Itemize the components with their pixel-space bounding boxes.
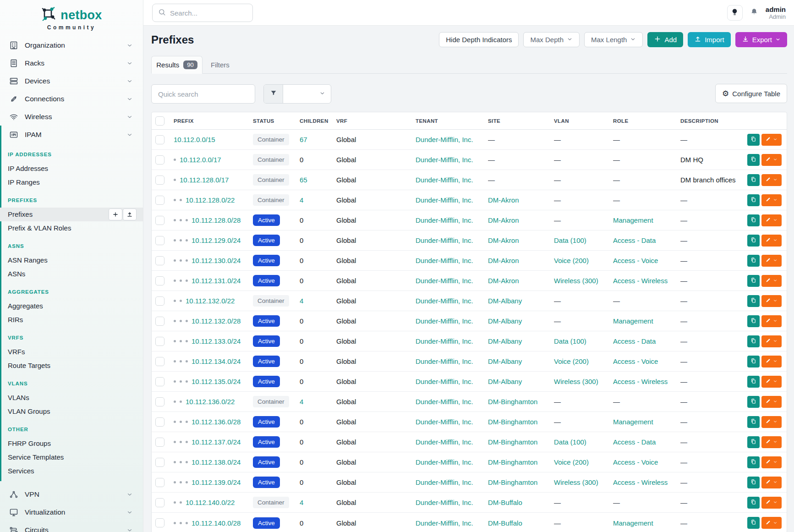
edit-button[interactable]: [761, 134, 782, 146]
sidebar-item-racks[interactable]: Racks: [0, 54, 143, 72]
row-checkbox[interactable]: [155, 276, 164, 285]
site-link[interactable]: DM-Buffalo: [488, 519, 522, 527]
clone-button[interactable]: [747, 194, 760, 206]
role-link[interactable]: Access - Data: [613, 236, 656, 244]
vlan-link[interactable]: Wireless (300): [554, 478, 598, 486]
site-link[interactable]: DM-Binghamton: [488, 398, 537, 406]
vlan-link[interactable]: Data (100): [554, 337, 586, 345]
edit-button[interactable]: [761, 295, 782, 307]
clone-button[interactable]: [747, 436, 760, 448]
site-link[interactable]: DM-Binghamton: [488, 458, 537, 466]
row-checkbox[interactable]: [155, 397, 164, 406]
sidebar-item-devices[interactable]: Devices: [0, 72, 143, 90]
prefix-link[interactable]: 10.112.128.0/22: [186, 196, 235, 204]
notifications-button[interactable]: [748, 5, 761, 21]
column-header-vrf[interactable]: VRF: [336, 118, 416, 124]
edit-button[interactable]: [761, 194, 782, 206]
site-link[interactable]: DM-Akron: [488, 257, 519, 264]
edit-button[interactable]: [761, 154, 782, 166]
sidebar-item-prefix-vlan-roles[interactable]: Prefix & VLAN Roles: [0, 221, 143, 235]
column-header-status[interactable]: STATUS: [253, 118, 300, 124]
role-link[interactable]: Access - Wireless: [613, 378, 668, 385]
sidebar-item-asn-ranges[interactable]: ASN Ranges: [0, 253, 143, 267]
edit-button[interactable]: [761, 174, 782, 186]
edit-button[interactable]: [761, 214, 782, 226]
role-link[interactable]: Access - Voice: [613, 357, 658, 365]
tenant-link[interactable]: Dunder-Mifflin, Inc.: [416, 277, 473, 285]
edit-button[interactable]: [761, 396, 782, 408]
edit-button[interactable]: [761, 356, 782, 367]
tenant-link[interactable]: Dunder-Mifflin, Inc.: [416, 156, 473, 164]
prefix-link[interactable]: 10.112.137.0/24: [192, 438, 241, 446]
clone-button[interactable]: [747, 275, 760, 287]
edit-button[interactable]: [761, 477, 782, 488]
clone-button[interactable]: [747, 477, 760, 488]
user-menu[interactable]: admin Admin: [766, 5, 786, 20]
children-count-link[interactable]: 67: [300, 136, 307, 143]
clone-button[interactable]: [747, 134, 760, 146]
tenant-link[interactable]: Dunder-Mifflin, Inc.: [416, 297, 473, 305]
role-link[interactable]: Management: [613, 216, 653, 224]
clone-button[interactable]: [747, 174, 760, 186]
site-link[interactable]: DM-Albany: [488, 378, 522, 385]
sidebar-item-services[interactable]: Services: [0, 464, 143, 478]
edit-button[interactable]: [761, 497, 782, 509]
add-prefix-button[interactable]: [109, 208, 122, 220]
clone-button[interactable]: [747, 295, 760, 307]
children-count-link[interactable]: 4: [300, 196, 303, 204]
children-count-link[interactable]: 4: [300, 499, 303, 506]
tenant-link[interactable]: Dunder-Mifflin, Inc.: [416, 216, 473, 224]
tenant-link[interactable]: Dunder-Mifflin, Inc.: [416, 499, 473, 506]
tenant-link[interactable]: Dunder-Mifflin, Inc.: [416, 176, 473, 184]
clone-button[interactable]: [747, 356, 760, 367]
hide-depth-indicators-button[interactable]: Hide Depth Indicators: [439, 32, 519, 47]
row-checkbox[interactable]: [155, 518, 164, 527]
prefix-link[interactable]: 10.112.135.0/24: [192, 378, 241, 385]
edit-button[interactable]: [761, 517, 782, 529]
clone-button[interactable]: [747, 154, 760, 166]
sidebar-item-aggregates[interactable]: Aggregates: [0, 299, 143, 313]
tab-filters[interactable]: Filters: [204, 56, 236, 73]
prefix-link[interactable]: 10.112.136.0/22: [186, 398, 235, 406]
search-input[interactable]: [170, 9, 239, 17]
clone-button[interactable]: [747, 255, 760, 267]
sidebar-item-prefixes[interactable]: Prefixes: [0, 208, 143, 221]
prefix-link[interactable]: 10.112.132.0/28: [192, 317, 241, 325]
theme-toggle-button[interactable]: [727, 5, 743, 21]
configure-table-button[interactable]: ⚙ Configure Table: [715, 84, 787, 103]
row-checkbox[interactable]: [155, 236, 164, 245]
vlan-link[interactable]: Wireless (300): [554, 378, 598, 385]
column-header-role[interactable]: ROLE: [613, 118, 680, 124]
role-link[interactable]: Access - Data: [613, 438, 656, 446]
role-link[interactable]: Access - Wireless: [613, 478, 668, 486]
max-depth-dropdown[interactable]: Max Depth: [523, 32, 580, 47]
sidebar-item-asns[interactable]: ASNs: [0, 267, 143, 281]
sidebar-item-organization[interactable]: Organization: [0, 36, 143, 54]
prefix-link[interactable]: 10.112.134.0/24: [192, 357, 241, 365]
prefix-link[interactable]: 10.112.132.0/22: [186, 297, 235, 305]
site-link[interactable]: DM-Albany: [488, 317, 522, 325]
role-link[interactable]: Management: [613, 418, 653, 426]
row-checkbox[interactable]: [155, 337, 164, 346]
row-checkbox[interactable]: [155, 296, 164, 306]
column-header-site[interactable]: SITE: [488, 118, 554, 124]
tenant-link[interactable]: Dunder-Mifflin, Inc.: [416, 438, 473, 446]
clone-button[interactable]: [747, 335, 760, 347]
children-count-link[interactable]: 4: [300, 297, 303, 305]
vlan-link[interactable]: Voice (200): [554, 257, 589, 264]
tenant-link[interactable]: Dunder-Mifflin, Inc.: [416, 357, 473, 365]
select-all-checkbox[interactable]: [155, 116, 164, 126]
site-link[interactable]: DM-Binghamton: [488, 418, 537, 426]
edit-button[interactable]: [761, 335, 782, 347]
children-count-link[interactable]: 4: [300, 398, 303, 406]
site-link[interactable]: DM-Albany: [488, 357, 522, 365]
site-link[interactable]: DM-Akron: [488, 236, 519, 244]
tenant-link[interactable]: Dunder-Mifflin, Inc.: [416, 257, 473, 264]
edit-button[interactable]: [761, 315, 782, 327]
role-link[interactable]: Management: [613, 317, 653, 325]
clone-button[interactable]: [747, 396, 760, 408]
prefix-link[interactable]: 10.112.131.0/24: [192, 277, 241, 285]
clone-button[interactable]: [747, 416, 760, 428]
sidebar-item-service-templates[interactable]: Service Templates: [0, 450, 143, 464]
sidebar-item-vlan-groups[interactable]: VLAN Groups: [0, 405, 143, 418]
